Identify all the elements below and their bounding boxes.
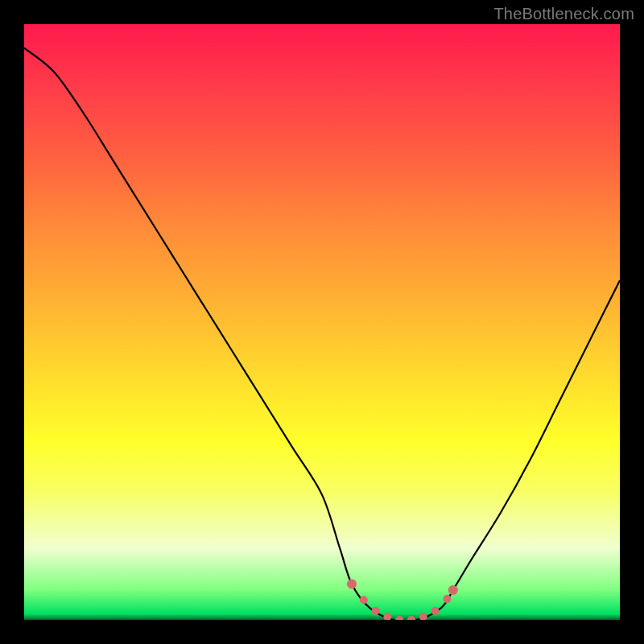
optimal-marker <box>431 607 440 615</box>
optimal-marker <box>372 607 380 615</box>
watermark-text: TheBottleneck.com <box>493 5 634 23</box>
optimal-marker <box>383 613 391 620</box>
optimal-marker <box>443 595 451 603</box>
optimal-marker <box>448 585 458 595</box>
optimal-range-markers <box>347 580 458 620</box>
optimal-marker <box>395 616 403 620</box>
optimal-marker <box>419 613 427 620</box>
bottleneck-curve-path <box>24 48 620 620</box>
optimal-marker <box>407 616 415 620</box>
bottleneck-curve-svg <box>24 24 620 620</box>
optimal-marker <box>347 580 357 589</box>
optimal-marker <box>360 596 368 604</box>
